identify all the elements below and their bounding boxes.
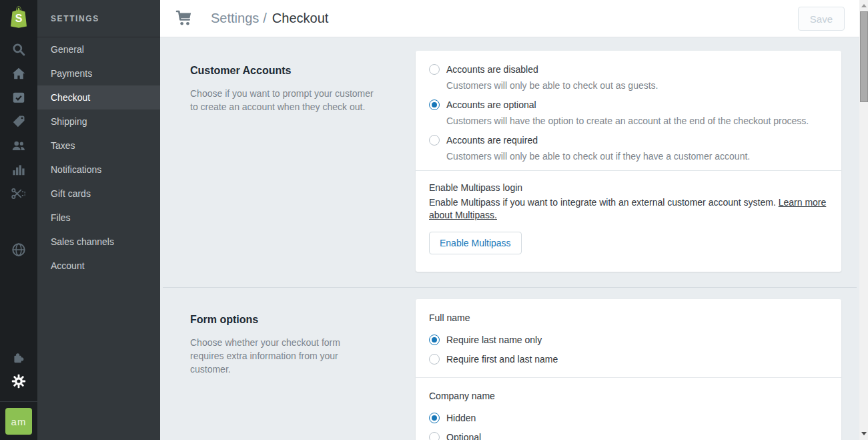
- vertical-scrollbar[interactable]: [859, 0, 868, 440]
- save-button[interactable]: Save: [798, 7, 845, 31]
- multipass-label: Enable Multipass login: [429, 182, 828, 193]
- radio-circle-selected[interactable]: [429, 99, 440, 110]
- page-header: Settings / Checkout Save: [160, 0, 859, 37]
- sidebar-item-gift-cards[interactable]: Gift cards: [37, 182, 160, 206]
- radio-circle[interactable]: [429, 135, 440, 146]
- page-title: Checkout: [272, 11, 329, 26]
- radio-circle[interactable]: [429, 64, 440, 75]
- radio-circle-selected[interactable]: [429, 413, 440, 423]
- radio-help: Customers will only be able to check out…: [446, 150, 828, 163]
- analytics-icon[interactable]: [0, 160, 37, 179]
- orders-icon[interactable]: [0, 88, 37, 107]
- customer-accounts-description: Choose if you want to prompt your custom…: [190, 87, 380, 114]
- sidebar-item-general[interactable]: General: [37, 37, 160, 61]
- sidebar-item-account[interactable]: Account: [37, 254, 160, 278]
- scrollbar-down-arrow-icon[interactable]: [861, 432, 867, 435]
- avatar[interactable]: am: [5, 408, 32, 435]
- settings-content: Customer Accounts Choose if you want to …: [160, 37, 859, 440]
- products-icon[interactable]: [0, 112, 37, 131]
- shopify-settings-checkout-screen: S: [0, 0, 868, 440]
- card-divider: [416, 170, 841, 171]
- radio-require-last-name-only[interactable]: Require last name only: [429, 333, 828, 347]
- scrollbar-thumb[interactable]: [860, 11, 868, 102]
- full-name-group-label: Full name: [429, 312, 828, 323]
- enable-multipass-button[interactable]: Enable Multipass: [429, 232, 522, 254]
- search-icon[interactable]: [0, 40, 37, 59]
- card-divider: [416, 377, 841, 378]
- discounts-icon[interactable]: [0, 184, 37, 203]
- radio-label: Hidden: [446, 411, 476, 425]
- customers-icon[interactable]: [0, 136, 37, 155]
- customer-accounts-title: Customer Accounts: [190, 65, 380, 77]
- online-store-icon[interactable]: [0, 240, 37, 259]
- radio-help: Customers will only be able to check out…: [446, 79, 828, 92]
- radio-company-hidden[interactable]: Hidden: [429, 411, 828, 425]
- breadcrumb: Settings / Checkout: [175, 9, 328, 27]
- radio-label: Optional: [446, 431, 481, 440]
- radio-accounts-required[interactable]: Accounts are required: [429, 134, 828, 147]
- company-name-group-label: Company name: [429, 391, 828, 401]
- radio-circle-selected[interactable]: [429, 335, 440, 345]
- customer-accounts-card: Accounts are disabled Customers will onl…: [416, 51, 841, 272]
- apps-icon[interactable]: [0, 349, 37, 367]
- settings-icon[interactable]: [0, 372, 37, 391]
- settings-sidebar: SETTINGS General Payments Checkout Shipp…: [37, 0, 160, 440]
- main-panel: Settings / Checkout Save Customer Accoun…: [160, 0, 859, 440]
- radio-accounts-optional[interactable]: Accounts are optional: [429, 98, 828, 112]
- section-divider: [163, 287, 857, 288]
- sidebar-item-notifications[interactable]: Notifications: [37, 158, 160, 182]
- form-options-card: Full name Require last name only Require…: [416, 299, 841, 440]
- scrollbar-up-arrow-icon[interactable]: [861, 4, 867, 7]
- radio-help: Customers will have the option to create…: [446, 114, 828, 128]
- radio-label: Accounts are required: [446, 134, 538, 147]
- radio-circle[interactable]: [429, 432, 440, 440]
- radio-label: Require last name only: [446, 333, 542, 347]
- home-icon[interactable]: [0, 64, 37, 83]
- cart-icon: [175, 9, 193, 27]
- breadcrumb-settings-link[interactable]: Settings: [211, 11, 259, 26]
- sidebar-item-sales-channels[interactable]: Sales channels: [37, 230, 160, 254]
- multipass-description-text: Enable Multipass if you want to integrat…: [429, 197, 776, 208]
- svg-text:S: S: [15, 13, 23, 24]
- radio-accounts-disabled[interactable]: Accounts are disabled: [429, 63, 828, 76]
- form-options-intro: Form options Choose whether your checkou…: [190, 314, 380, 376]
- radio-company-optional[interactable]: Optional: [429, 431, 828, 440]
- radio-label: Accounts are disabled: [446, 63, 538, 76]
- shopify-logo[interactable]: S: [7, 4, 31, 29]
- form-options-description: Choose whether your checkout form requir…: [190, 336, 347, 376]
- multipass-description: Enable Multipass if you want to integrat…: [429, 196, 828, 222]
- sidebar-item-taxes[interactable]: Taxes: [37, 134, 160, 158]
- sidebar-item-files[interactable]: Files: [37, 206, 160, 230]
- app-nav-rail: S: [0, 0, 37, 440]
- sidebar-title: SETTINGS: [37, 0, 160, 37]
- radio-label: Require first and last name: [446, 353, 558, 366]
- customer-accounts-intro: Customer Accounts Choose if you want to …: [190, 65, 380, 114]
- radio-label: Accounts are optional: [446, 98, 536, 112]
- form-options-title: Form options: [190, 314, 380, 326]
- breadcrumb-separator: /: [263, 11, 267, 26]
- sidebar-item-payments[interactable]: Payments: [37, 61, 160, 85]
- sidebar-item-checkout[interactable]: Checkout: [37, 85, 160, 109]
- radio-circle[interactable]: [429, 354, 440, 365]
- sidebar-item-shipping[interactable]: Shipping: [37, 109, 160, 134]
- radio-require-first-and-last-name[interactable]: Require first and last name: [429, 353, 828, 366]
- rail-divider: [0, 401, 37, 402]
